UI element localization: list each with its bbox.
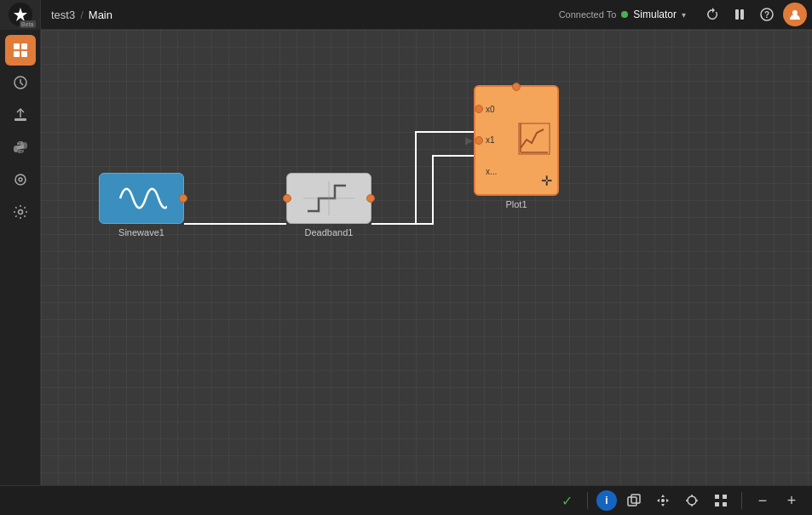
deadband-body [286,173,371,224]
project-name[interactable]: test3 [51,9,75,21]
info-button[interactable]: i [596,490,617,511]
copy-view-button[interactable] [622,489,646,512]
simulator-label: Simulator [633,9,677,20]
sidebar-item-home[interactable] [5,35,36,66]
zoom-in-button[interactable]: + [780,489,803,512]
plot-port-x0-label: x0 [486,105,495,114]
sidebar-item-settings[interactable] [5,197,36,227]
pause-button[interactable] [727,2,752,27]
sinewave-label: Sinewave1 [118,227,164,237]
deadband-input-port [283,194,291,203]
svg-rect-31 [715,495,719,499]
plot-port-x0 [475,105,483,113]
logo-icon: Beta [9,3,32,26]
svg-point-12 [15,175,26,185]
connections-svg [41,30,812,485]
toolbar-divider-1 [587,492,588,509]
sidebar-item-history[interactable] [5,67,36,98]
svg-point-25 [661,499,665,502]
grid-button[interactable] [709,489,733,512]
sidebar-item-export[interactable] [5,100,36,130]
svg-point-14 [18,210,22,215]
pan-button[interactable] [651,489,675,512]
deadband-label: Deadband1 [305,227,354,237]
page-name[interactable]: Main [89,9,112,21]
sync-button[interactable] [700,2,725,27]
svg-rect-2 [740,9,744,20]
sidebar [0,30,41,515]
topbar: Beta test3 / Main Connected To Simulator… [0,0,812,30]
help-button[interactable]: ? [754,2,780,27]
svg-rect-7 [21,43,27,49]
plot-label: Plot1 [505,199,527,209]
plot-port-x1-label: x1 [486,135,495,145]
topbar-icons: ? [694,2,812,27]
plot-body: ▶ x0 x1 x... [474,85,559,196]
svg-rect-23 [628,497,636,506]
svg-point-26 [688,496,696,505]
expand-ports-toggle[interactable]: ▶ [465,134,473,146]
plot-block[interactable]: ▶ x0 x1 x... [474,85,559,209]
user-avatar[interactable] [783,3,807,26]
svg-rect-20 [519,123,550,154]
check-button[interactable]: ✓ [555,489,579,512]
zoom-out-button[interactable]: − [751,489,775,512]
svg-text:?: ? [764,10,769,20]
toolbar-divider-2 [741,492,742,509]
connected-to-label: Connected To [559,9,617,20]
connection-status-dot [621,11,628,18]
breadcrumb-separator: / [80,9,84,21]
deadband-output-port [366,194,375,203]
sidebar-item-packages[interactable] [5,164,36,195]
plot-port-xmore-label: x... [486,167,497,176]
sidebar-item-python[interactable] [5,132,36,163]
sinewave-body [99,173,184,224]
svg-rect-11 [14,118,26,121]
canvas[interactable]: Sinewave1 Deadband1 ▶ x0 [41,30,812,485]
svg-rect-24 [631,495,640,503]
deadband-block[interactable]: Deadband1 [286,173,371,237]
simulator-dropdown-arrow[interactable]: ▾ [682,10,686,20]
plot-port-x1 [475,136,483,145]
svg-rect-33 [715,502,719,506]
svg-rect-6 [14,43,20,49]
svg-marker-0 [14,8,27,21]
svg-rect-32 [723,495,727,499]
connected-info: Connected To Simulator ▾ [550,9,694,20]
svg-point-13 [19,178,22,181]
svg-rect-1 [735,9,739,20]
sinewave-output-port [179,194,187,203]
bottom-toolbar: ✓ i − + [0,485,812,515]
beta-badge: Beta [20,20,35,28]
svg-rect-9 [21,51,27,57]
breadcrumb: test3 / Main [41,9,123,21]
plot-top-port [512,83,521,91]
sinewave-block[interactable]: Sinewave1 [99,173,184,237]
locate-button[interactable] [680,489,704,512]
move-icon: ✛ [541,173,552,189]
svg-rect-8 [14,51,20,57]
logo-area: Beta [0,0,41,30]
svg-rect-34 [723,502,727,506]
